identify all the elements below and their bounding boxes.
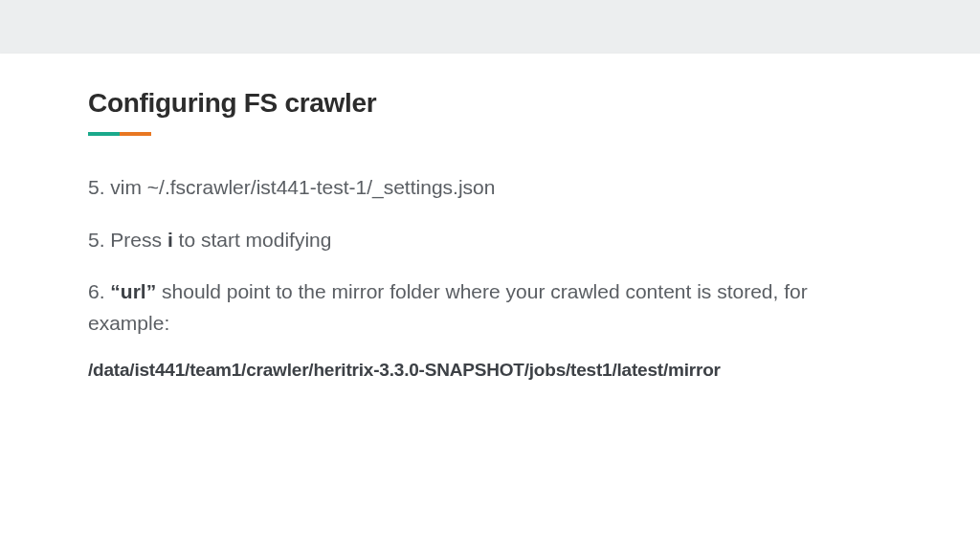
content: 5. vim ~/.fscrawler/ist441-test-1/_setti… [88, 172, 892, 381]
underline-seg-orange [120, 132, 151, 136]
step-text: to start modifying [173, 229, 332, 251]
step-text: should point to the mirror folder where … [88, 280, 808, 334]
step-num: 5. [88, 176, 105, 198]
step-bold: “url” [110, 280, 156, 302]
slide: Configuring FS crawler 5. vim ~/.fscrawl… [0, 54, 980, 551]
step-5a: 5. vim ~/.fscrawler/ist441-test-1/_setti… [88, 172, 892, 204]
title-underline [88, 132, 151, 136]
underline-seg-teal [88, 132, 120, 136]
step-5b: 5. Press i to start modifying [88, 225, 892, 256]
top-bar [0, 0, 980, 54]
step-num: 6. [88, 280, 105, 302]
example-path: /data/ist441/team1/crawler/heritrix-3.3.… [88, 360, 892, 381]
page-title: Configuring FS crawler [88, 88, 892, 119]
step-text: vim ~/.fscrawler/ist441-test-1/_settings… [110, 176, 495, 198]
step-num: 5. [88, 229, 105, 251]
step-prefix: Press [105, 229, 167, 251]
step-6: 6. “url” should point to the mirror fold… [88, 276, 892, 339]
